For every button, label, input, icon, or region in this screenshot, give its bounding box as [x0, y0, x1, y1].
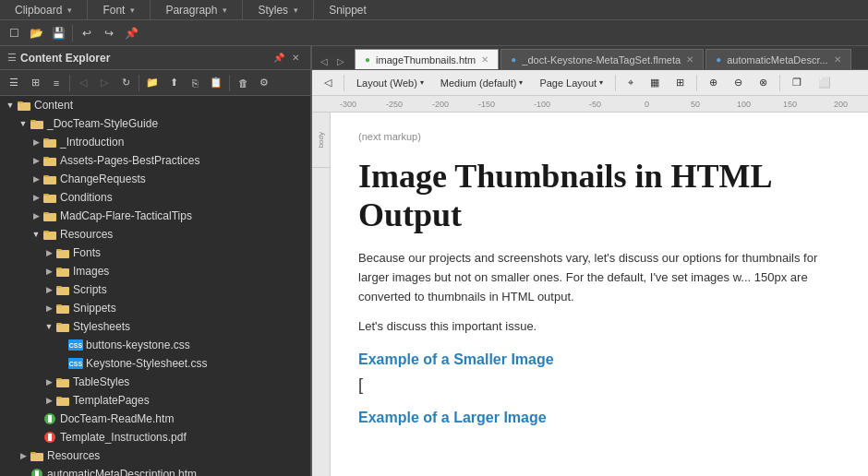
- close-panel-button[interactable]: ✕: [288, 51, 303, 65]
- tab-imagethumbnails[interactable]: ● imageThumbnails.htm ✕: [355, 49, 499, 69]
- toolbar-icon-1[interactable]: ⌖: [621, 73, 640, 93]
- tile-view-btn[interactable]: ⊞: [25, 73, 45, 93]
- delete-btn[interactable]: 🗑: [233, 73, 253, 93]
- tree-item-scripts[interactable]: ▶ Scripts: [0, 280, 310, 299]
- content-explorer-panel: ☰ Content Explorer 📌 ✕ ☰ ⊞ ≡ ◁ ▷ ↻ 📁 ⬆ ⎘…: [0, 46, 312, 476]
- tree-item-stylesheets[interactable]: ▼ Stylesheets: [0, 317, 310, 336]
- new-folder-btn[interactable]: 📁: [142, 73, 163, 93]
- svg-rect-11: [43, 194, 49, 196]
- tree-item-introduction[interactable]: ▶ _Introduction: [0, 133, 310, 151]
- copy-btn[interactable]: ⎘: [185, 73, 205, 93]
- expander-scripts[interactable]: ▶: [42, 280, 55, 299]
- tab-close-doct[interactable]: ✕: [686, 54, 693, 65]
- tree-item-fonts[interactable]: ▶ Fonts: [0, 244, 310, 262]
- save-icon[interactable]: 💾: [48, 23, 68, 43]
- expander-images[interactable]: ▶: [42, 262, 55, 280]
- tree-item-resources-l1[interactable]: ▶ Resources: [0, 446, 310, 465]
- svg-rect-31: [48, 415, 52, 422]
- toolbar-icon-3[interactable]: ⊞: [669, 73, 691, 93]
- properties-btn[interactable]: ⚙: [254, 73, 274, 93]
- tab-close-autometa[interactable]: ✕: [834, 54, 841, 65]
- margin-label-body: body: [317, 132, 325, 148]
- expander-introduction[interactable]: ▶: [30, 133, 42, 151]
- forward-btn[interactable]: ▷: [94, 73, 115, 93]
- clipboard-menu[interactable]: Clipboard: [0, 0, 88, 19]
- pin-icon[interactable]: 📌: [121, 23, 141, 43]
- toolbar-icon-2[interactable]: ▦: [644, 73, 666, 93]
- pin-panel-button[interactable]: 📌: [271, 51, 286, 65]
- svg-rect-13: [43, 212, 49, 214]
- paragraph-menu[interactable]: Paragraph: [151, 0, 243, 19]
- tree-item-auto[interactable]: automaticMetaDescription.htm: [0, 465, 310, 476]
- expander-tablestyles[interactable]: ▶: [42, 373, 55, 391]
- expander-assets[interactable]: ▶: [30, 151, 42, 170]
- open-icon[interactable]: 📂: [26, 23, 46, 43]
- undo-icon[interactable]: ↩: [77, 23, 97, 43]
- folder-images-icon: [55, 264, 70, 279]
- tab-close-active[interactable]: ✕: [481, 54, 488, 65]
- tree-item-images[interactable]: ▶ Images: [0, 262, 310, 280]
- expander-docteam[interactable]: ▼: [17, 114, 30, 133]
- expander-conditions[interactable]: ▶: [30, 188, 42, 207]
- toolbar-icon-5[interactable]: ⊖: [728, 73, 749, 93]
- expander-stylesheets[interactable]: ▼: [42, 317, 55, 336]
- snippet-menu[interactable]: Snippet: [314, 0, 387, 19]
- layout-btn[interactable]: Layout (Web) ▾: [350, 73, 430, 93]
- margin-fill: [312, 168, 330, 476]
- expander-snippets[interactable]: ▶: [42, 299, 55, 317]
- tab-doct[interactable]: ● _doct-Keystone-MetaTagSet.flmeta ✕: [500, 49, 704, 69]
- expander-fonts[interactable]: ▶: [42, 244, 55, 262]
- tree-item-content[interactable]: ▼ Content: [0, 96, 310, 114]
- tree-item-css2[interactable]: CSS Keystone-Stylesheet.css: [0, 354, 310, 373]
- tree-label-madcap: MadCap-Flare-TacticalTips: [60, 209, 192, 222]
- ed-sep-3: [696, 75, 697, 91]
- toolbar-icon-8[interactable]: ⬜: [812, 73, 838, 93]
- redo-icon[interactable]: ↪: [99, 23, 119, 43]
- tab-doc-icon-doct: ●: [511, 54, 516, 65]
- tree-label-content: Content: [34, 99, 73, 112]
- upload-btn[interactable]: ⬆: [163, 73, 184, 93]
- panel-header: ☰ Content Explorer 📌 ✕: [0, 46, 310, 70]
- back-btn[interactable]: ◁: [73, 73, 93, 93]
- styles-menu[interactable]: Styles: [243, 0, 314, 19]
- tree-item-assets[interactable]: ▶ Assets-Pages-BestPractices: [0, 151, 310, 170]
- tree-item-template[interactable]: Template_Instructions.pdf: [0, 428, 310, 446]
- font-menu[interactable]: Font: [88, 0, 151, 19]
- ruler-label-neg200: -250: [386, 100, 403, 109]
- tab-autometa[interactable]: ● automaticMetaDescr... ✕: [705, 49, 850, 69]
- expander-resources-l1[interactable]: ▶: [17, 446, 30, 465]
- tree-item-conditions[interactable]: ▶ Conditions: [0, 188, 310, 207]
- tree-item-templatepages[interactable]: ▶ TemplatePages: [0, 391, 310, 410]
- expander-changerequests[interactable]: ▶: [30, 170, 42, 188]
- paste-btn[interactable]: 📋: [206, 73, 226, 93]
- tree-item-snippets[interactable]: ▶ Snippets: [0, 299, 310, 317]
- toolbar-sep-1: [72, 25, 73, 42]
- tree-item-changerequests[interactable]: ▶ ChangeRequests: [0, 170, 310, 188]
- tree-item-docteam[interactable]: ▼ _DocTeam-StyleGuide: [0, 114, 310, 133]
- back-btn-editor[interactable]: ◁: [318, 73, 338, 93]
- expander-templatepages[interactable]: ▶: [42, 391, 55, 410]
- tab-scroll-left[interactable]: ◁: [316, 53, 332, 69]
- pagelayout-btn[interactable]: Page Layout ▾: [533, 73, 609, 93]
- tree-item-tablestyles[interactable]: ▶ TableStyles: [0, 373, 310, 391]
- detail-view-btn[interactable]: ≡: [46, 73, 66, 93]
- svg-rect-6: [43, 158, 56, 166]
- refresh-btn[interactable]: ↻: [115, 73, 136, 93]
- tree-item-madcap[interactable]: ▶ MadCap-Flare-TacticalTips: [0, 207, 310, 225]
- tree-item-resources-l2[interactable]: ▼ Resources: [0, 225, 310, 244]
- toolbar-icon-6[interactable]: ⊗: [753, 73, 774, 93]
- expander-madcap[interactable]: ▶: [30, 207, 42, 225]
- new-icon[interactable]: ☐: [4, 23, 24, 43]
- ruler-label-500: 100: [737, 100, 751, 109]
- toolbar-icon-4[interactable]: ⊕: [703, 73, 724, 93]
- tree-item-css1[interactable]: CSS buttons-keystone.css: [0, 336, 310, 354]
- expander-resources-l2[interactable]: ▼: [30, 225, 42, 244]
- tree-item-readme[interactable]: DocTeam-ReadMe.htm: [0, 410, 310, 428]
- medium-btn[interactable]: Medium (default) ▾: [434, 73, 530, 93]
- editor-area: body (next markup) Image Thumbnails in H…: [312, 113, 868, 476]
- list-view-btn[interactable]: ☰: [4, 73, 24, 93]
- tab-scroll-right[interactable]: ▷: [332, 53, 349, 69]
- toolbar-icon-7[interactable]: ❐: [786, 73, 808, 93]
- expander-content[interactable]: ▼: [4, 96, 17, 114]
- svg-rect-22: [56, 305, 69, 314]
